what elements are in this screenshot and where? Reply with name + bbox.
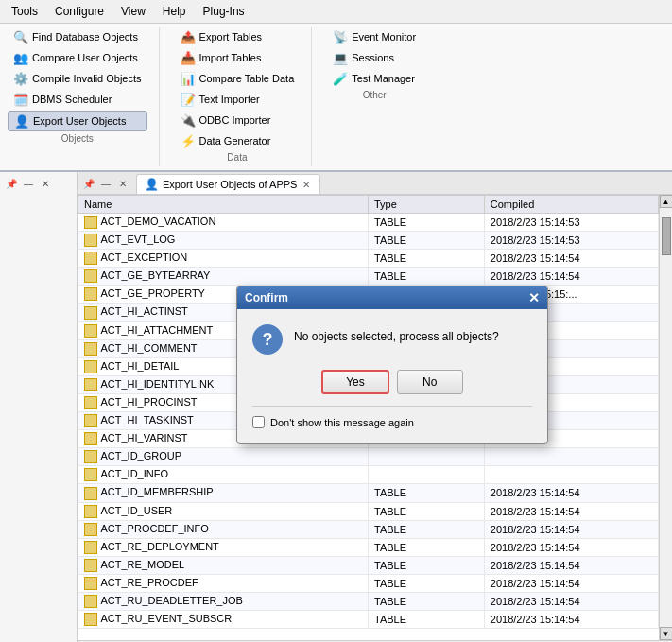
dialog-close-btn[interactable]: ✕: [528, 291, 540, 304]
dont-show-check[interactable]: [252, 416, 265, 428]
compare-users-label: Compare User Objects: [32, 52, 138, 63]
text-importer-icon: 📝: [181, 92, 196, 107]
import-tables-icon: 📥: [181, 50, 196, 65]
odbc-icon: 🔌: [181, 113, 196, 128]
import-tables-btn[interactable]: 📥 Import Tables: [175, 48, 301, 67]
menu-bar: Tools Configure View Help Plug-Ins: [0, 0, 672, 24]
event-monitor-btn[interactable]: 📡 Event Monitor: [327, 27, 422, 46]
find-db-label: Find Database Objects: [32, 31, 138, 43]
data-group-label: Data: [227, 152, 247, 163]
odbc-label: ODBC Importer: [199, 114, 271, 126]
test-manager-label: Test Manager: [352, 73, 415, 84]
scheduler-label: DBMS Scheduler: [32, 94, 112, 105]
compare-user-objects-btn[interactable]: 👥 Compare User Objects: [8, 48, 147, 67]
test-manager-btn[interactable]: 🧪 Test Manager: [327, 69, 422, 88]
dont-show-row: Don't show this message again: [252, 406, 532, 428]
menu-tools[interactable]: Tools: [4, 2, 45, 21]
event-monitor-label: Event Monitor: [352, 31, 416, 43]
confirm-dialog: Confirm ✕ ? No objects selected, process…: [236, 286, 548, 444]
test-manager-icon: 🧪: [333, 71, 348, 86]
compare-table-icon: 📊: [181, 71, 196, 86]
other-group-label: Other: [363, 90, 387, 100]
find-database-objects-btn[interactable]: 🔍 Find Database Objects: [8, 27, 147, 46]
compare-users-icon: 👥: [13, 50, 28, 65]
text-importer-btn[interactable]: 📝 Text Importer: [175, 90, 301, 109]
question-icon: ?: [252, 324, 283, 355]
dont-show-label: Don't show this message again: [270, 417, 414, 428]
export-tables-btn[interactable]: 📤 Export Tables: [175, 27, 301, 46]
dialog-body: ? No objects selected, process all objec…: [237, 309, 547, 443]
data-generator-btn[interactable]: ⚡ Data Generator: [175, 131, 301, 150]
data-gen-label: Data Generator: [199, 135, 271, 147]
ribbon-other-buttons: 📡 Event Monitor 💻 Sessions 🧪 Test Manage…: [327, 27, 422, 88]
ribbon-group-other: 📡 Event Monitor 💻 Sessions 🧪 Test Manage…: [327, 27, 433, 166]
export-users-icon: 👤: [14, 113, 29, 129]
menu-configure[interactable]: Configure: [47, 2, 112, 21]
ribbon-group-objects: 🔍 Find Database Objects 👥 Compare User O…: [8, 27, 160, 166]
find-db-icon: 🔍: [13, 29, 28, 44]
ribbon-objects-buttons: 🔍 Find Database Objects 👥 Compare User O…: [8, 27, 147, 131]
ribbon-group-data: 📤 Export Tables 📥 Import Tables 📊 Compar…: [175, 27, 313, 166]
dialog-content: ? No objects selected, process all objec…: [252, 324, 532, 355]
export-users-label: Export User Objects: [33, 115, 126, 127]
menu-plugins[interactable]: Plug-Ins: [196, 2, 252, 21]
compile-label: Compile Invalid Objects: [32, 73, 142, 84]
compare-table-label: Compare Table Data: [199, 73, 295, 84]
odbc-importer-btn[interactable]: 🔌 ODBC Importer: [175, 111, 301, 130]
no-button[interactable]: No: [397, 370, 463, 394]
dialog-buttons: Yes No: [252, 370, 532, 394]
sessions-icon: 💻: [333, 50, 348, 65]
dialog-overlay: Confirm ✕ ? No objects selected, process…: [0, 172, 672, 642]
export-tables-icon: 📤: [181, 29, 196, 44]
menu-view[interactable]: View: [113, 2, 153, 21]
event-monitor-icon: 📡: [333, 29, 348, 44]
ribbon: 🔍 Find Database Objects 👥 Compare User O…: [0, 24, 672, 172]
main-area: 📌 — ✕ 📌 — ✕ 👤 Export User Objects of APP…: [0, 172, 672, 642]
sessions-label: Sessions: [352, 52, 394, 63]
text-importer-label: Text Importer: [199, 94, 260, 105]
dbms-scheduler-btn[interactable]: 🗓️ DBMS Scheduler: [8, 90, 147, 109]
export-user-objects-btn[interactable]: 👤 Export User Objects: [8, 111, 147, 131]
compile-icon: ⚙️: [13, 71, 28, 86]
menu-help[interactable]: Help: [155, 2, 194, 21]
import-tables-label: Import Tables: [199, 52, 262, 63]
data-gen-icon: ⚡: [181, 133, 196, 148]
ribbon-data-buttons: 📤 Export Tables 📥 Import Tables 📊 Compar…: [175, 27, 301, 150]
dialog-message: No objects selected, process all objects…: [294, 324, 499, 343]
export-tables-label: Export Tables: [199, 31, 262, 43]
yes-button[interactable]: Yes: [321, 370, 389, 394]
dialog-title: Confirm: [245, 291, 288, 304]
dialog-title-bar: Confirm ✕: [237, 286, 547, 309]
objects-group-label: Objects: [61, 133, 94, 144]
scheduler-icon: 🗓️: [13, 92, 28, 107]
compile-invalid-objects-btn[interactable]: ⚙️ Compile Invalid Objects: [8, 69, 147, 88]
compare-table-data-btn[interactable]: 📊 Compare Table Data: [175, 69, 301, 88]
sessions-btn[interactable]: 💻 Sessions: [327, 48, 422, 67]
